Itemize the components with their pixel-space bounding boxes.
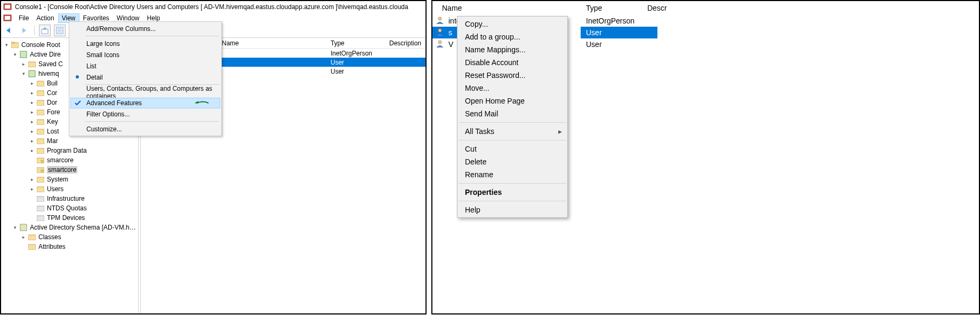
tree-label: Lost xyxy=(47,128,59,135)
svg-rect-28 xyxy=(37,196,44,202)
expand-icon[interactable]: ▸ xyxy=(29,186,35,192)
expand-icon[interactable]: ▸ xyxy=(29,109,35,115)
menu-separator xyxy=(459,122,566,123)
annotation-arrow-icon xyxy=(194,99,210,107)
svg-rect-20 xyxy=(37,139,44,144)
col-type[interactable]: Type xyxy=(581,4,642,12)
toolbar-separator xyxy=(34,26,35,35)
col-description[interactable]: Descr xyxy=(642,4,979,12)
nav-forward-button[interactable] xyxy=(18,25,30,36)
view-list[interactable]: List xyxy=(70,60,220,72)
tree-infrastructure[interactable]: ▸Infrastructure xyxy=(28,194,137,203)
expand-icon[interactable]: ▸ xyxy=(29,119,35,125)
folder-icon xyxy=(36,89,45,97)
folder-icon xyxy=(11,41,19,49)
expand-icon[interactable]: ▸ xyxy=(29,147,35,154)
view-filter-options[interactable]: Filter Options... xyxy=(70,108,220,120)
ctx-add-to-group[interactable]: Add to a group... xyxy=(457,30,567,43)
view-small-icons[interactable]: Small Icons xyxy=(70,49,220,60)
menu-action[interactable]: Action xyxy=(33,13,58,23)
ctx-delete[interactable]: Delete xyxy=(457,155,567,168)
svg-rect-19 xyxy=(37,129,44,135)
tree-label: Cor xyxy=(47,89,57,97)
view-large-icons[interactable]: Large Icons xyxy=(70,38,220,49)
tree-label: smarcore xyxy=(47,156,74,164)
ctx-name-mappings[interactable]: Name Mappings... xyxy=(457,43,567,56)
ctx-properties[interactable]: Properties xyxy=(457,186,567,199)
expand-icon[interactable]: ▸ xyxy=(29,80,35,86)
tree-smartcore[interactable]: ▸smartcore xyxy=(28,165,137,175)
expand-icon[interactable]: ▸ xyxy=(20,61,27,67)
tree-smarcore[interactable]: ▸smarcore xyxy=(28,155,137,165)
tree-program-data[interactable]: ▸Program Data xyxy=(28,146,137,155)
collapse-icon[interactable]: ▾ xyxy=(3,42,10,48)
expand-icon[interactable]: ▸ xyxy=(20,234,27,240)
tree-label: hivemq xyxy=(38,70,59,77)
ou-icon xyxy=(36,98,45,107)
tree-label: Saved C xyxy=(38,60,63,68)
tree-attributes[interactable]: ▸Attributes xyxy=(19,242,137,251)
collapse-icon[interactable]: ▾ xyxy=(12,224,18,231)
svg-rect-4 xyxy=(42,29,48,34)
ctx-move[interactable]: Move... xyxy=(457,82,567,94)
tree-ntds[interactable]: ▸NTDS Quotas xyxy=(28,203,137,213)
svg-rect-12 xyxy=(28,62,36,67)
tree-users[interactable]: ▸Users xyxy=(28,184,137,194)
list-row[interactable]: User xyxy=(218,67,425,76)
collapse-icon[interactable]: ▾ xyxy=(20,70,27,77)
svg-rect-13 xyxy=(29,70,35,77)
ctx-send-mail[interactable]: Send Mail xyxy=(457,107,567,120)
svg-rect-16 xyxy=(37,100,44,106)
ctx-cut[interactable]: Cut xyxy=(457,143,567,155)
view-detail[interactable]: Detail xyxy=(70,72,220,83)
ctx-copy[interactable]: Copy... xyxy=(457,18,567,30)
context-menu: Copy... Add to a group... Name Mappings.… xyxy=(457,16,568,218)
up-button[interactable] xyxy=(39,25,51,36)
ctx-help[interactable]: Help xyxy=(457,203,567,216)
expand-icon[interactable]: ▸ xyxy=(29,138,35,144)
view-users-as-containers[interactable]: Users, Contacts, Groups, and Computers a… xyxy=(70,86,220,98)
svg-rect-26 xyxy=(37,177,44,183)
nav-back-button[interactable] xyxy=(3,25,15,36)
expand-icon[interactable]: ▸ xyxy=(29,99,35,106)
collapse-icon[interactable]: ▾ xyxy=(12,51,18,58)
expand-icon[interactable]: ▸ xyxy=(29,176,35,183)
svg-rect-29 xyxy=(37,206,44,211)
view-advanced-features[interactable]: Advanced Features xyxy=(70,98,220,108)
tree-schema[interactable]: ▾ Active Directory Schema [AD-VM.hivemqa… xyxy=(11,223,137,232)
folder-icon xyxy=(36,185,45,193)
menu-file[interactable]: File xyxy=(15,13,33,23)
list-row[interactable]: InetOrgPerson xyxy=(218,49,425,58)
list-row[interactable]: User xyxy=(218,58,425,67)
col-type[interactable]: Type xyxy=(326,40,385,47)
ctx-reset-password[interactable]: Reset Password... xyxy=(457,69,567,82)
ctx-all-tasks[interactable]: All Tasks ▸ xyxy=(457,125,567,138)
properties-button[interactable] xyxy=(54,25,66,36)
ctx-disable-account[interactable]: Disable Account xyxy=(457,56,567,69)
expand-icon[interactable]: ▸ xyxy=(29,128,35,135)
tree-system[interactable]: ▸System xyxy=(28,175,137,184)
folder-icon xyxy=(36,108,45,116)
svg-rect-17 xyxy=(37,110,44,115)
svg-rect-10 xyxy=(11,42,14,43)
tree-classes[interactable]: ▸Classes xyxy=(19,232,137,242)
col-name[interactable]: Name xyxy=(218,40,326,47)
col-description[interactable]: Description xyxy=(385,40,425,47)
domain-icon xyxy=(28,69,36,78)
svg-point-25 xyxy=(41,169,44,172)
view-customize[interactable]: Customize... xyxy=(70,123,220,135)
bullet-icon xyxy=(76,75,79,78)
user-icon xyxy=(436,16,445,26)
expand-icon[interactable]: ▸ xyxy=(29,90,35,96)
ctx-open-home-page[interactable]: Open Home Page xyxy=(457,94,567,107)
col-name[interactable]: Name xyxy=(437,4,581,12)
svg-rect-31 xyxy=(20,224,27,231)
tree-label: Dor xyxy=(47,99,57,106)
view-add-remove-columns[interactable]: Add/Remove Columns... xyxy=(70,23,220,34)
svg-rect-27 xyxy=(37,187,44,192)
tree-managed[interactable]: ▸Mar xyxy=(28,136,137,146)
svg-rect-32 xyxy=(28,235,36,240)
ctx-rename[interactable]: Rename xyxy=(457,168,567,181)
row-type: User xyxy=(326,68,385,75)
tree-tpm[interactable]: ▸TPM Devices xyxy=(28,213,137,223)
